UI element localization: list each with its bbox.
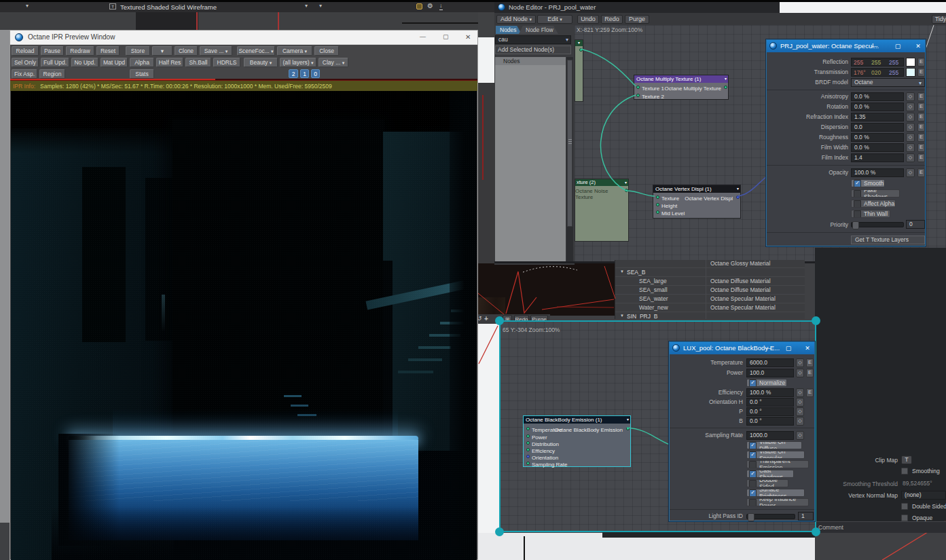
reload-button[interactable]: Reload bbox=[12, 46, 39, 56]
undo-button[interactable]: Undo bbox=[577, 15, 599, 24]
nodes-list-body[interactable] bbox=[495, 65, 566, 262]
camera-dropdown[interactable]: Camera ▾ bbox=[277, 46, 312, 56]
surface-row[interactable]: SEA_water Octane Specular Material bbox=[615, 295, 805, 303]
region-button[interactable]: Region bbox=[39, 69, 65, 79]
envelope-button[interactable]: E bbox=[917, 58, 925, 67]
node-input-port[interactable] bbox=[656, 195, 659, 199]
orientation-p-field[interactable]: 0.0 ° bbox=[746, 407, 794, 416]
efficiency-field[interactable]: 100.0 % bbox=[746, 388, 794, 397]
close-button[interactable]: ✕ bbox=[913, 42, 923, 50]
envelope-button[interactable]: E bbox=[917, 168, 925, 177]
surface-row[interactable]: SEA_large Octane Diffuse Material bbox=[615, 277, 805, 286]
texture-button[interactable]: ◇ bbox=[796, 398, 804, 407]
node-texture-sliver[interactable]: ▾ bbox=[575, 39, 583, 102]
edit-button[interactable]: Edit ▾ bbox=[537, 15, 572, 24]
envelope-button[interactable]: E bbox=[917, 123, 925, 132]
double-sided-checkbox[interactable] bbox=[901, 503, 908, 510]
ne-title-bar[interactable]: Node Editor - PRJ_pool_water bbox=[494, 2, 780, 13]
power-field[interactable]: 100.0 bbox=[746, 369, 794, 377]
surface-row[interactable]: SEA_small Octane Diffuse Material bbox=[615, 286, 805, 295]
affect-alpha-toggle[interactable]: Affect Alpha bbox=[851, 200, 896, 208]
reflection-rgb-field[interactable]: 255 255 255 bbox=[851, 58, 904, 67]
texture-button[interactable]: ◇ bbox=[906, 168, 915, 177]
clone-button[interactable]: Clone bbox=[175, 46, 198, 56]
clay-dropdown[interactable]: Clay ... ▾ bbox=[319, 58, 348, 67]
close-button[interactable]: ✕ bbox=[803, 344, 812, 352]
close-render-button[interactable]: Close bbox=[314, 46, 339, 56]
sh-ball-button[interactable]: Sh.Ball bbox=[185, 58, 211, 67]
scrollbar-thumb[interactable] bbox=[567, 60, 572, 227]
film-width-field[interactable]: 0.0 % bbox=[851, 143, 904, 152]
brdf-dropdown[interactable]: Octane ▾ bbox=[851, 78, 925, 87]
smoothing-checkbox[interactable] bbox=[901, 468, 908, 474]
fake-shadows-toggle[interactable]: Fake Shadows bbox=[851, 189, 900, 198]
pan-icon[interactable]: + bbox=[484, 315, 488, 322]
texture-button[interactable]: ◇ bbox=[796, 431, 804, 440]
res-1-button[interactable]: 1 bbox=[300, 69, 309, 78]
hdrls-button[interactable]: HDRLS bbox=[213, 58, 240, 67]
node-input-port[interactable] bbox=[656, 203, 659, 206]
slider-thumb[interactable] bbox=[748, 513, 754, 521]
light-pass-id-value[interactable]: 1 bbox=[798, 512, 814, 521]
node-input-port[interactable] bbox=[636, 94, 640, 97]
chevron-down-icon[interactable]: ▾ bbox=[26, 3, 29, 9]
gear-icon[interactable]: ⚙ bbox=[427, 2, 433, 10]
texture-button[interactable]: ◇ bbox=[796, 407, 804, 416]
vertex-normal-map-dropdown[interactable]: (none) bbox=[901, 491, 946, 500]
envelope-button[interactable]: E bbox=[917, 133, 925, 142]
envelope-button[interactable]: E bbox=[806, 388, 814, 397]
smooth-toggle[interactable]: ✓Smooth bbox=[851, 179, 885, 187]
node-output-port[interactable] bbox=[579, 48, 583, 52]
chevron-down-icon[interactable]: ▾ bbox=[305, 3, 308, 9]
store-dropdown[interactable]: ▾ bbox=[152, 46, 172, 56]
save-icon[interactable]: ↓ bbox=[439, 2, 443, 10]
dispersion-field[interactable]: 0.0 bbox=[851, 123, 904, 132]
lock-icon[interactable] bbox=[416, 3, 422, 10]
texture-button[interactable]: ◇ bbox=[906, 123, 915, 132]
envelope-button[interactable]: E bbox=[917, 143, 925, 152]
envelope-button[interactable]: E bbox=[806, 369, 814, 377]
res-2-button[interactable]: 2 bbox=[289, 69, 298, 78]
rotation-field[interactable]: 0.0 % bbox=[851, 102, 904, 111]
keep-instance-power-toggle[interactable]: Keep Instance Power bbox=[746, 498, 809, 506]
transmission-rgb-field[interactable]: 176° 020 255 bbox=[851, 68, 904, 77]
sampling-rate-field[interactable]: 1000.0 bbox=[746, 431, 794, 440]
texture-button[interactable]: ◇ bbox=[796, 388, 804, 397]
full-upd-button[interactable]: Full Upd. bbox=[41, 58, 69, 67]
roughness-field[interactable]: 0.0 % bbox=[851, 133, 904, 142]
envelope-button[interactable]: E bbox=[917, 153, 925, 162]
texture-button[interactable]: ◇ bbox=[796, 417, 804, 426]
priority-value[interactable]: 0 bbox=[906, 220, 925, 229]
blackbody-panel-title-bar[interactable]: LUX_pool: Octane BlackBody E... — ▢ ✕ bbox=[670, 342, 814, 354]
texture-button[interactable]: ◇ bbox=[796, 358, 804, 367]
purge-button[interactable]: Purge bbox=[625, 15, 649, 24]
redo-button[interactable]: Redo bbox=[601, 15, 623, 24]
light-pass-id-slider[interactable] bbox=[746, 514, 795, 519]
orientation-h-field[interactable]: 0.0 ° bbox=[746, 398, 794, 407]
store-button[interactable]: Store bbox=[126, 46, 150, 56]
sel-only-button[interactable]: Sel Only bbox=[12, 58, 39, 67]
texture-button[interactable]: ◇ bbox=[906, 92, 915, 101]
priority-slider[interactable] bbox=[851, 222, 904, 227]
comment-bar[interactable]: Comment bbox=[815, 521, 946, 533]
transmission-color-swatch[interactable] bbox=[906, 68, 915, 77]
pause-button[interactable]: Pause bbox=[41, 46, 64, 56]
normalize-toggle[interactable]: ✓Normalize bbox=[746, 379, 787, 387]
surface-row[interactable]: Water_new Octane Specular Material bbox=[615, 303, 805, 312]
scene-focus-dropdown[interactable]: SceneFoc... ▾ bbox=[237, 46, 275, 56]
opaque-checkbox[interactable] bbox=[901, 515, 908, 521]
visible-on-diffuse-toggle[interactable]: ✓Visible On Diffuse bbox=[746, 441, 802, 449]
orientation-b-field[interactable]: 0.0 ° bbox=[746, 417, 794, 426]
maximize-button[interactable]: ▢ bbox=[893, 42, 903, 50]
add-selected-nodes-button[interactable]: Add Selected Node(s) bbox=[495, 45, 571, 54]
envelope-button[interactable]: E bbox=[917, 102, 925, 111]
reset-button[interactable]: Reset bbox=[96, 46, 120, 56]
close-button[interactable]: ✕ bbox=[465, 33, 471, 41]
envelope-button[interactable]: E bbox=[806, 358, 814, 367]
texture-button[interactable]: ◇ bbox=[796, 369, 804, 377]
surface-group-row[interactable]: ▼ SIN_PRJ_B bbox=[615, 312, 805, 319]
texture-button[interactable]: ◇ bbox=[906, 143, 915, 152]
node-multiply-texture[interactable]: Octane Multiply Texture (1) ▾ Texture 1 … bbox=[634, 75, 729, 100]
double-sided-toggle[interactable]: Double Sided bbox=[746, 479, 788, 487]
node-vertex-displ[interactable]: Octane Vertex Displ (1) ▾ Texture Octane… bbox=[653, 185, 741, 219]
